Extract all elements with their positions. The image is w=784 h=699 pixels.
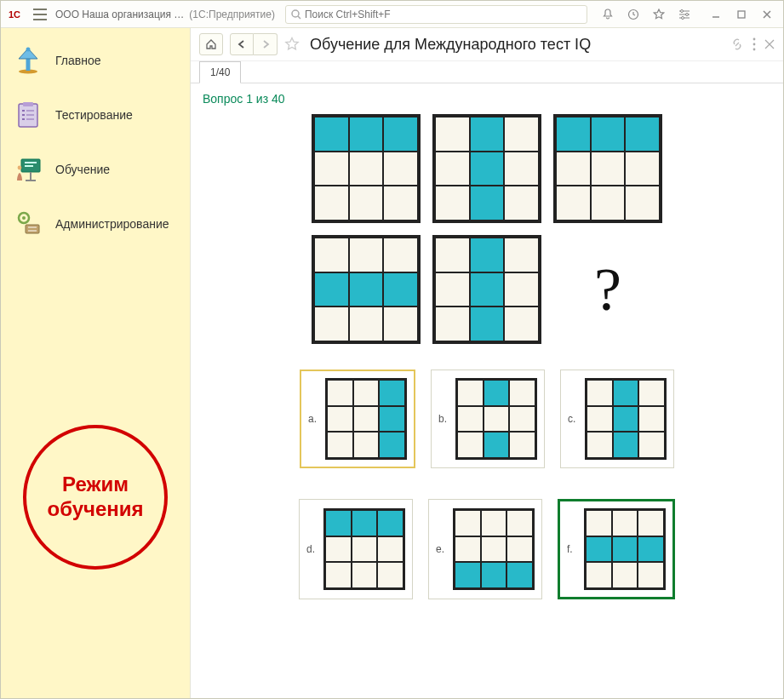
bell-icon[interactable] bbox=[598, 4, 618, 25]
svg-point-5 bbox=[682, 16, 684, 19]
content-area: Обучение для Международного тест IQ 1/40… bbox=[190, 28, 783, 698]
svg-line-1 bbox=[298, 16, 300, 19]
answer-option[interactable]: a. bbox=[300, 370, 415, 468]
training-mode-label: Режим обучения bbox=[26, 473, 164, 522]
link-icon[interactable] bbox=[730, 37, 744, 51]
matrix-tile bbox=[323, 508, 405, 590]
content-toolbar: Обучение для Международного тест IQ bbox=[191, 28, 783, 61]
svg-rect-20 bbox=[26, 225, 39, 233]
history-icon[interactable] bbox=[623, 4, 644, 25]
favorite-button[interactable] bbox=[284, 37, 300, 52]
star-icon[interactable] bbox=[649, 4, 669, 25]
sidebar-item-label: Администрирование bbox=[55, 217, 169, 231]
matrix-tile bbox=[584, 508, 666, 590]
svg-rect-15 bbox=[25, 165, 33, 167]
tabs: 1/40 bbox=[191, 61, 783, 83]
search-input[interactable] bbox=[305, 9, 581, 20]
page-title: Обучение для Международного тест IQ bbox=[310, 36, 724, 54]
svg-point-4 bbox=[686, 13, 689, 15]
answer-option[interactable]: d. bbox=[299, 499, 413, 599]
forward-button[interactable] bbox=[254, 33, 278, 55]
question-progress-label: Вопрос 1 из 40 bbox=[203, 92, 771, 106]
tab-current[interactable]: 1/40 bbox=[199, 61, 241, 83]
puzzle-grid: ? bbox=[203, 114, 771, 344]
answer-option[interactable]: b. bbox=[431, 370, 545, 468]
settings-icon[interactable] bbox=[674, 4, 695, 25]
sidebar-item-label: Главное bbox=[55, 54, 101, 67]
presentation-icon bbox=[13, 154, 43, 185]
matrix-tile bbox=[432, 114, 541, 223]
svg-point-10 bbox=[26, 48, 31, 52]
logo-1c: 1C bbox=[4, 6, 25, 23]
matrix-tile bbox=[553, 114, 662, 223]
maximize-button[interactable] bbox=[729, 4, 754, 25]
clipboard-icon bbox=[13, 100, 43, 130]
answers-grid: a.b.c.d.e.f. bbox=[203, 370, 771, 599]
answer-option[interactable]: e. bbox=[428, 499, 542, 599]
question-body: Вопрос 1 из 40 ? a.b.c.d.e.f. bbox=[191, 83, 783, 698]
svg-point-21 bbox=[753, 38, 756, 41]
sidebar-item-main[interactable]: Главное bbox=[6, 37, 185, 84]
svg-rect-12 bbox=[23, 102, 33, 106]
close-tab-icon[interactable] bbox=[764, 39, 775, 49]
matrix-tile bbox=[432, 235, 541, 344]
answer-letter: b. bbox=[438, 413, 449, 425]
matrix-tile bbox=[585, 378, 667, 460]
search-icon bbox=[291, 9, 301, 20]
sidebar-item-admin[interactable]: Администрирование bbox=[6, 200, 185, 248]
more-icon[interactable] bbox=[753, 37, 756, 51]
answer-option[interactable]: c. bbox=[560, 370, 674, 468]
titlebar: 1C ООО Наша организация … (1С:Предприяти… bbox=[1, 1, 783, 28]
question-mark-tile: ? bbox=[553, 235, 662, 344]
answer-letter: d. bbox=[306, 543, 317, 555]
sidebar: Главное Тестирование Обучение Администри… bbox=[1, 28, 190, 698]
svg-point-3 bbox=[681, 9, 684, 12]
svg-rect-14 bbox=[25, 162, 37, 163]
sidebar-item-label: Тестирование bbox=[55, 108, 133, 122]
answer-option[interactable]: f. bbox=[558, 499, 675, 599]
svg-rect-7 bbox=[738, 11, 745, 18]
svg-point-0 bbox=[292, 10, 299, 17]
svg-point-22 bbox=[753, 43, 756, 46]
answer-letter: c. bbox=[568, 413, 578, 425]
sidebar-item-label: Обучение bbox=[55, 163, 110, 176]
matrix-tile bbox=[325, 378, 407, 460]
matrix-tile bbox=[312, 235, 421, 344]
answer-letter: e. bbox=[436, 543, 446, 555]
svg-point-19 bbox=[22, 216, 26, 220]
org-subtitle: (1С:Предприятие) bbox=[189, 9, 275, 20]
answer-letter: f. bbox=[567, 543, 577, 555]
home-button[interactable] bbox=[199, 33, 223, 55]
sidebar-item-testing[interactable]: Тестирование bbox=[6, 91, 185, 139]
gear-icon bbox=[13, 209, 43, 239]
training-mode-stamp: Режим обучения bbox=[23, 425, 168, 570]
org-title: ООО Наша организация … bbox=[55, 9, 184, 20]
matrix-tile bbox=[455, 378, 537, 460]
menu-icon[interactable] bbox=[30, 4, 50, 25]
svg-point-23 bbox=[753, 49, 756, 51]
matrix-tile bbox=[453, 508, 535, 590]
svg-rect-9 bbox=[26, 59, 31, 71]
back-button[interactable] bbox=[230, 33, 254, 55]
matrix-tile bbox=[312, 114, 421, 223]
search-input-wrap[interactable] bbox=[285, 5, 587, 24]
lamp-icon bbox=[13, 45, 43, 76]
answer-letter: a. bbox=[308, 413, 318, 425]
sidebar-item-training[interactable]: Обучение bbox=[6, 146, 185, 193]
svg-point-17 bbox=[18, 166, 22, 170]
minimize-button[interactable] bbox=[703, 4, 729, 25]
close-button[interactable] bbox=[754, 4, 780, 25]
